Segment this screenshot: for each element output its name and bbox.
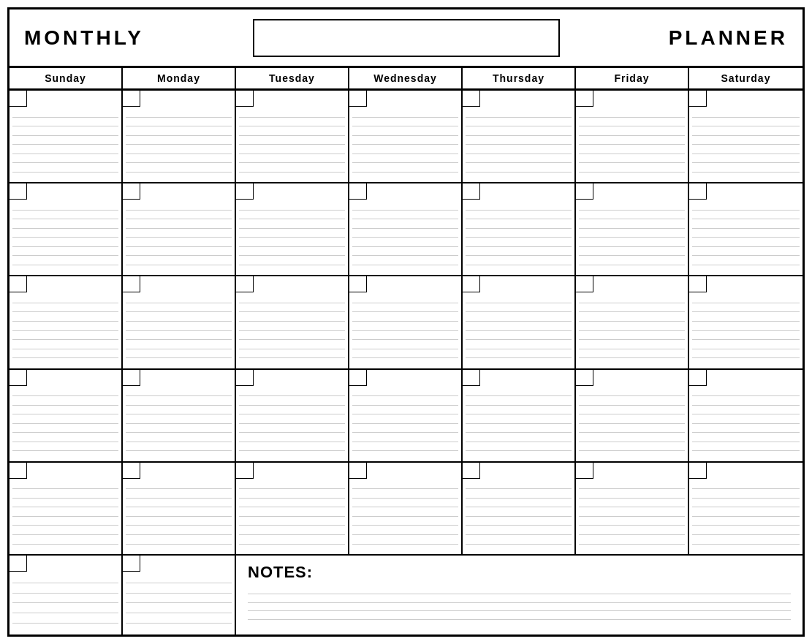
notes-cell-sunday[interactable] [10,556,123,634]
cell-3-6[interactable] [576,276,689,368]
cell-1-7[interactable] [689,91,802,182]
cell-4-3[interactable] [236,370,349,461]
cell-5-2[interactable] [123,463,236,554]
cell-4-6[interactable] [576,370,689,461]
cell-2-6[interactable] [576,183,689,275]
calendar-row-5 [10,463,802,554]
cell-5-5[interactable] [463,463,576,554]
cell-1-3[interactable] [236,91,349,182]
day-header-wednesday: Wednesday [349,68,463,88]
planner-container: MONTHLY PLANNER Sunday Monday Tuesday We… [7,7,805,637]
cell-5-6[interactable] [576,463,689,554]
cell-1-5[interactable] [463,91,576,182]
cell-2-5[interactable] [463,183,576,275]
calendar-grid [10,91,802,554]
notes-section[interactable]: NOTES: [236,556,802,634]
monthly-label: MONTHLY [24,26,144,50]
cell-1-1[interactable] [10,91,123,182]
cell-2-4[interactable] [349,183,463,275]
cell-3-7[interactable] [689,276,802,368]
calendar-row-1 [10,91,802,183]
cell-3-4[interactable] [349,276,463,368]
cell-3-2[interactable] [123,276,236,368]
notes-row: NOTES: [10,554,802,634]
cell-2-1[interactable] [10,183,123,275]
day-header-saturday: Saturday [689,68,802,88]
cell-1-2[interactable] [123,91,236,182]
notes-cell-monday[interactable] [123,556,236,634]
day-header-tuesday: Tuesday [236,68,349,88]
cell-1-6[interactable] [576,91,689,182]
cell-5-1[interactable] [10,463,123,554]
cell-4-5[interactable] [463,370,576,461]
header: MONTHLY PLANNER [10,10,802,68]
cell-5-4[interactable] [349,463,463,554]
cell-1-4[interactable] [349,91,463,182]
day-header-thursday: Thursday [463,68,576,88]
calendar-row-3 [10,276,802,369]
calendar-row-2 [10,183,802,276]
cell-4-1[interactable] [10,370,123,461]
day-header-sunday: Sunday [10,68,123,88]
cell-5-3[interactable] [236,463,349,554]
cell-2-2[interactable] [123,183,236,275]
title-input-box[interactable] [253,19,560,57]
cell-3-3[interactable] [236,276,349,368]
planner-label: PLANNER [669,26,788,50]
cell-4-7[interactable] [689,370,802,461]
day-headers: Sunday Monday Tuesday Wednesday Thursday… [10,68,802,91]
cell-3-5[interactable] [463,276,576,368]
cell-2-3[interactable] [236,183,349,275]
cell-5-7[interactable] [689,463,802,554]
notes-label: NOTES: [248,563,791,582]
cell-2-7[interactable] [689,183,802,275]
calendar-row-4 [10,370,802,463]
day-header-monday: Monday [123,68,236,88]
cell-4-2[interactable] [123,370,236,461]
day-header-friday: Friday [576,68,689,88]
cell-4-4[interactable] [349,370,463,461]
cell-3-1[interactable] [10,276,123,368]
